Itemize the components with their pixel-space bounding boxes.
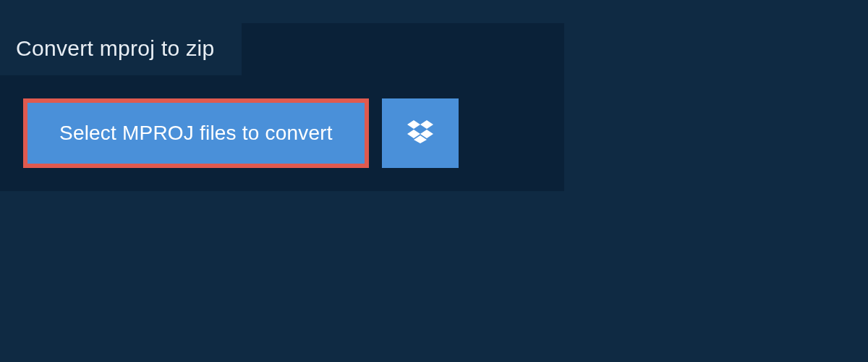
- converter-panel: Convert mproj to zip Select MPROJ files …: [0, 23, 564, 191]
- dropbox-button[interactable]: [382, 98, 459, 168]
- tab-title: Convert mproj to zip: [0, 23, 242, 75]
- select-files-label: Select MPROJ files to convert: [59, 122, 333, 145]
- select-files-button[interactable]: Select MPROJ files to convert: [23, 98, 369, 168]
- tab-title-text: Convert mproj to zip: [16, 36, 214, 60]
- dropbox-icon: [407, 120, 433, 146]
- button-row: Select MPROJ files to convert: [0, 75, 564, 191]
